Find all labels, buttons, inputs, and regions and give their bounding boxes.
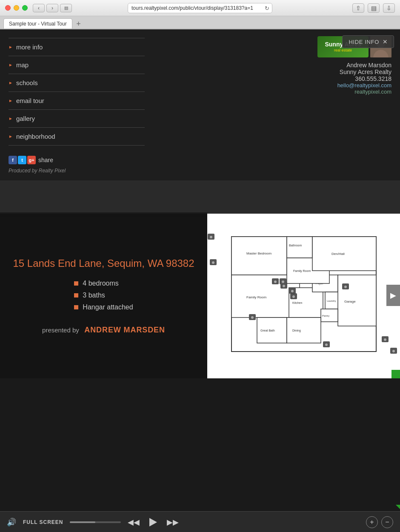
active-tab[interactable]: Sample tour - Virtual Tour [3,18,72,29]
arrow-icon: ► [9,63,13,67]
new-tab-button[interactable]: + [74,19,83,29]
feature-text: 4 bedrooms [83,280,119,287]
svg-text:Master Bedroom: Master Bedroom [246,252,271,255]
nav-label: more info [16,43,43,51]
svg-point-39 [251,316,254,319]
reload-button[interactable]: ↻ [265,5,269,11]
svg-point-37 [344,286,347,288]
download-icon[interactable]: ⇩ [383,3,395,13]
twitter-icon[interactable]: t [18,156,26,164]
share-label: share [38,157,53,163]
zoom-out-button[interactable]: − [381,516,393,528]
url-input[interactable]: tours.realtypixel.com/public/vtour/displ… [128,3,272,13]
agent-company: Sunny Acres Realty [289,69,391,75]
nav-item-map[interactable]: ► map [9,56,145,74]
nav-label: schools [16,79,38,86]
nav-label: gallery [16,115,35,122]
close-button[interactable] [5,5,11,11]
agent-email: hello@realtypixel.com [289,82,391,89]
window-chrome: ‹ › ▤ tours.realtypixel.com/public/vtour… [0,0,400,29]
zoom-in-button[interactable]: + [366,516,378,528]
svg-text:Dining: Dining [292,329,301,332]
volume-icon[interactable]: 🔊 [7,518,16,527]
camera-hotspot-5[interactable] [342,283,349,289]
minimize-button[interactable] [14,5,19,11]
next-arrow-icon: ▶ [390,291,396,300]
arrow-icon: ► [9,45,13,49]
nav-buttons: ‹ › [33,4,58,12]
nav-item-email-tour[interactable]: ► email tour [9,92,145,110]
hide-info-button[interactable]: HIDE INFO ✕ [342,35,394,48]
svg-text:Garage: Garage [344,300,356,303]
sidebar-toggle[interactable]: ▤ [60,4,72,12]
info-panel: HIDE INFO ✕ ► more info ► map ► schools … [0,29,400,180]
expand-icon[interactable] [391,370,400,378]
floorplan-next-button[interactable]: ▶ [386,285,400,306]
feature-text: Hangar attached [83,303,133,311]
svg-text:Great Bath: Great Bath [260,329,275,332]
camera-hotspot-10[interactable] [390,348,397,353]
feature-baths: 3 baths [74,292,133,299]
address-bar: tours.realtypixel.com/public/vtour/displ… [128,3,272,13]
svg-text:Family Room: Family Room [246,295,266,299]
arrow-icon: ► [9,134,13,139]
arrow-icon: ► [9,80,13,85]
nav-label: map [16,61,29,69]
back-button[interactable]: ‹ [33,4,45,12]
svg-point-29 [212,261,214,264]
svg-point-45 [384,338,386,341]
svg-point-47 [392,350,395,352]
nav-label: email tour [16,97,44,104]
svg-marker-52 [391,370,400,378]
svg-point-31 [283,285,285,287]
title-bar: ‹ › ▤ tours.realtypixel.com/public/vtour… [0,0,400,16]
camera-hotspot-1[interactable] [210,259,217,264]
agent-phone: 360.555.3218 [289,75,391,82]
social-row: f t g+ share [0,150,400,166]
progress-bar-fill [70,521,95,523]
produced-by: Produced by Realty Pixel [0,166,400,180]
camera-hotspot-7[interactable] [290,293,297,298]
reader-view-icon[interactable]: ▤ [368,3,380,13]
svg-text:Kitchen: Kitchen [292,301,302,304]
nav-item-schools[interactable]: ► schools [9,74,145,92]
nav-item-gallery[interactable]: ► gallery [9,110,145,128]
svg-text:Laundry: Laundry [327,300,336,302]
forward-button[interactable]: › [46,4,58,12]
play-button[interactable] [146,515,160,529]
camera-hotspot-4[interactable] [272,278,279,283]
svg-text:Family Room: Family Room [293,269,311,273]
camera-hotspot-11[interactable] [208,234,214,239]
google-plus-icon[interactable]: g+ [27,156,36,164]
feature-hangar: Hangar attached [74,303,133,311]
svg-rect-24 [287,317,321,343]
bullet-icon [74,293,78,297]
bullet-icon [74,305,78,309]
camera-hotspot-8[interactable] [323,341,330,346]
presented-by-text: presented by [42,326,79,334]
toolbar-right: ⇧ ▤ ⇩ [352,3,395,13]
share-icon[interactable]: ⇧ [352,3,364,13]
traffic-lights [5,5,28,11]
url-text: tours.realtypixel.com/public/vtour/displ… [131,5,253,11]
svg-point-43 [325,343,328,346]
floorplan-svg: Master Bedroom Bathroom Family Room Kitc… [223,228,385,364]
agent-name-highlight: ANDREW MARSDEN [84,326,165,334]
camera-hotspot-9[interactable] [382,336,389,341]
progress-bar[interactable] [70,521,121,523]
camera-hotspot-6[interactable] [249,314,256,319]
maximize-button[interactable] [22,5,28,11]
fullscreen-button[interactable]: FULL SCREEN [23,519,63,525]
nav-item-more-info[interactable]: ► more info [9,38,145,56]
svg-point-33 [291,290,294,292]
skip-back-button[interactable]: ◀◀ [128,518,140,527]
svg-text:Den/Hall: Den/Hall [331,252,345,256]
nav-item-neighborhood[interactable]: ► neighborhood [9,128,145,146]
camera-hotspot-3[interactable] [289,288,296,293]
camera-hotspot-12[interactable] [280,278,286,283]
agent-name: Andrew Marsdon [289,62,391,69]
svg-point-51 [282,280,284,283]
facebook-icon[interactable]: f [9,156,17,164]
skip-forward-button[interactable]: ▶▶ [167,518,179,527]
svg-point-41 [292,295,295,298]
